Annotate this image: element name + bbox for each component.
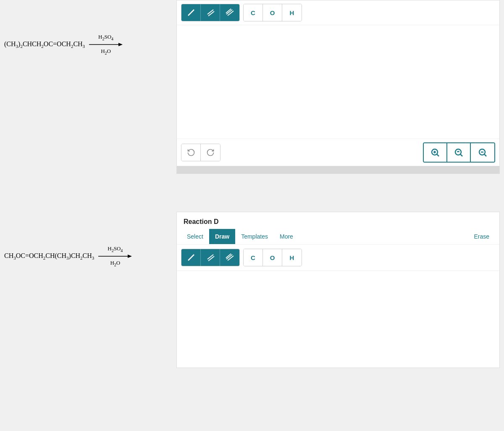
formula-bottom-container: CH3OC=OCH2CH(CH3)CH2CH3 H2SO4 H2O [4,245,132,267]
more-menu-item[interactable]: More [274,229,299,244]
reactant-bottom-text: CH3OC=OCH2CH(CH3)CH2CH3 [4,252,94,260]
triple-bond-icon [226,8,234,17]
canvas-d[interactable] [177,271,499,368]
scroll-track-top[interactable] [177,166,499,173]
zoom-in-btn[interactable] [424,143,447,162]
reagent-top-label: H2SO4 [98,34,113,41]
svg-point-12 [455,149,461,155]
hydrogen-btn-d[interactable]: H [282,249,302,266]
reagent-bottom-bottom-label: H2O [110,260,120,267]
svg-line-16 [485,155,487,157]
formula-bottom: CH3OC=OCH2CH(CH3)CH2CH3 H2SO4 H2O [4,245,132,267]
triple-bond-btn-d[interactable] [220,249,239,266]
undo-icon [187,148,195,157]
bottom-section-wrapper: CH3OC=OCH2CH(CH3)CH2CH3 H2SO4 H2O Reacti… [0,212,504,368]
double-bond-icon-d [206,253,215,262]
redo-icon [206,148,215,157]
svg-line-21 [208,256,214,261]
reaction-top-panel: C O H [176,0,500,174]
canvas-top[interactable] [177,25,499,139]
zoom-group [423,142,495,163]
single-bond-icon [187,8,195,17]
templates-menu-item[interactable]: Templates [235,229,274,244]
spacer [0,174,504,195]
bond-btn-group-top [181,4,240,21]
svg-line-23 [228,256,234,260]
svg-line-4 [208,11,214,16]
reaction-d-panel: Reaction D Select Draw Templates More Er… [176,212,500,368]
svg-line-2 [188,10,194,16]
oxygen-btn-d[interactable]: O [263,249,282,266]
single-bond-btn-d[interactable] [181,249,201,266]
bond-toolbar-top: C O H [177,0,499,25]
bond-toolbar-d: C O H [177,244,499,271]
bond-btn-group-d [181,249,240,266]
zoom-reset-icon [454,147,464,158]
atom-btn-group-top: C O H [243,4,302,21]
top-section-wrapper: (CH3)2CHCH2OC=OCH2CH3 H2SO4 H2O [0,0,504,174]
hydrogen-btn-top[interactable]: H [282,4,302,21]
reaction-arrow-svg [89,41,123,48]
double-bond-btn-d[interactable] [201,249,220,266]
single-bond-btn-top[interactable] [181,4,201,21]
svg-marker-1 [118,43,123,46]
arrow-top: H2SO4 H2O [89,34,123,55]
carbon-btn-top[interactable]: C [244,4,263,21]
svg-line-6 [228,11,234,16]
double-bond-btn-top[interactable] [201,4,220,21]
arrow-bottom: H2SO4 H2O [98,245,132,267]
formula-top: (CH3)2CHCH2OC=OCH2CH3 H2SO4 H2O [4,34,123,55]
svg-line-20 [207,255,213,259]
double-bond-icon [206,8,215,17]
draw-menu-item[interactable]: Draw [209,229,235,244]
bottom-toolbar-top [177,139,499,166]
svg-line-13 [461,155,463,157]
oxygen-btn-top[interactable]: O [263,4,282,21]
formula-top-container: (CH3)2CHCH2OC=OCH2CH3 H2SO4 H2O [4,34,123,55]
reagent-bottom-label: H2O [101,48,111,55]
carbon-btn-d[interactable]: C [244,249,263,266]
reactant-top-text: (CH3)2CHCH2OC=OCH2CH3 [4,40,85,49]
reaction-d-title: Reaction D [177,212,499,229]
triple-bond-icon-d [226,253,234,262]
redo-btn[interactable] [201,144,220,161]
svg-line-19 [188,255,194,260]
page-wrapper: (CH3)2CHCH2OC=OCH2CH3 H2SO4 H2O [0,0,504,431]
undo-btn[interactable] [181,144,201,161]
zoom-out-icon [478,147,488,158]
svg-line-3 [207,10,213,14]
zoom-in-icon [430,147,440,158]
reagent-bottom-top-label: H2SO4 [108,245,123,253]
select-menu-item[interactable]: Select [181,229,209,244]
erase-btn[interactable]: Erase [468,229,495,244]
reaction-arrow-bottom-svg [98,253,132,260]
undo-redo-group [181,144,220,161]
zoom-reset-btn[interactable] [447,143,471,162]
menu-bar-d: Select Draw Templates More Erase [177,229,499,244]
atom-btn-group-d: C O H [243,249,302,266]
svg-marker-18 [128,255,132,258]
zoom-out-btn[interactable] [471,143,494,162]
single-bond-icon-d [187,253,195,262]
triple-bond-btn-top[interactable] [220,4,239,21]
svg-line-11 [437,155,439,157]
